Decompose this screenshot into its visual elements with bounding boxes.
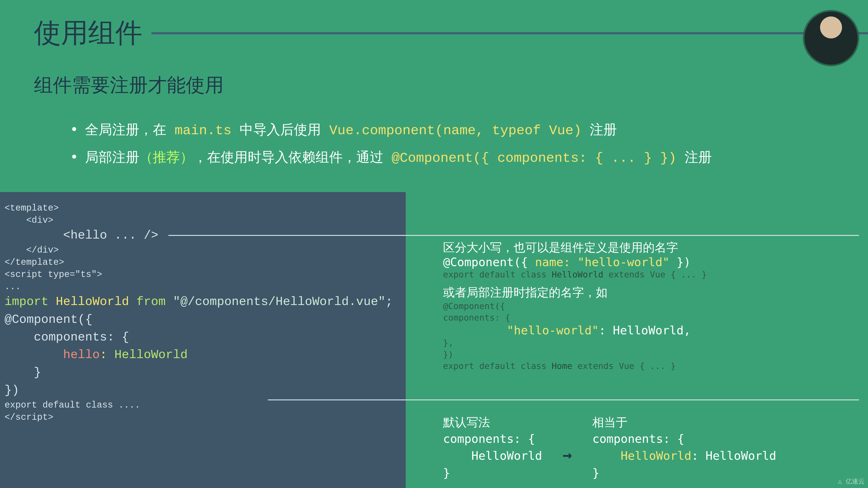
bullet-2-text-a: 局部注册: [85, 149, 139, 165]
default-writing-caption: 默认写法: [443, 415, 542, 430]
equivalent-writing-caption: 相当于: [592, 415, 776, 430]
anno1-export-1: export default class HelloWorld extends …: [443, 269, 859, 281]
anno1-c2l3: ........ "hello-world": HelloWorld,: [443, 324, 859, 337]
title-divider: [151, 32, 868, 34]
code-div-close: </div>: [4, 244, 401, 256]
code-decorator-close: }): [4, 382, 401, 399]
code-div-open: <div>: [4, 215, 401, 227]
equivalent-writing: 相当于 components: { HelloWorld: HelloWorld…: [592, 415, 776, 482]
anno1-caption-1: 区分大小写，也可以是组件定义是使用的名字: [443, 239, 859, 255]
slide-subtitle: 组件需要注册才能使用: [34, 72, 224, 98]
bullet-1-text-b: 中导入后使用: [231, 122, 329, 137]
code-template-close: </template>: [4, 256, 401, 269]
anno1-c2l5: }): [443, 349, 859, 360]
default-writing: 默认写法 components: { HelloWorld }: [443, 415, 542, 482]
bullet-1-code-2: Vue.component(name, typeof Vue): [329, 123, 582, 138]
annotation-block-1: 区分大小写，也可以是组件定义是使用的名字 @Component({ name: …: [443, 239, 859, 372]
bullet-1-code-1: main.ts: [175, 123, 231, 138]
anno1-c2l1: @Component({: [443, 300, 859, 312]
title-row: 使用组件: [0, 15, 868, 52]
anno1-caption-2: 或者局部注册时指定的名字，如: [443, 285, 859, 300]
code-panel: <template> <div> <hello ... /> </div> </…: [0, 192, 406, 488]
code-import: import HelloWorld from "@/components/Hel…: [4, 293, 401, 311]
bullet-list: •全局注册，在 main.ts 中导入后使用 Vue.component(nam…: [70, 116, 712, 171]
code-decorator-open: @Component({: [4, 311, 401, 328]
code-template-open: <template>: [4, 202, 401, 215]
bullet-1: •全局注册，在 main.ts 中导入后使用 Vue.component(nam…: [70, 116, 712, 144]
anno1-c2l4: },: [443, 337, 859, 349]
code-script-open: <script type="ts">: [4, 269, 401, 281]
anno1-decorator: @Component({ name: "hello-world" }): [443, 255, 859, 269]
avatar: [803, 10, 859, 66]
bullet-2-text-b: ，在使用时导入依赖组件，通过: [193, 149, 392, 165]
connector-line-1: [168, 235, 859, 236]
code-mapping: hello: HelloWorld: [4, 346, 401, 364]
annotation-block-2: 默认写法 components: { HelloWorld } → 相当于 co…: [443, 415, 776, 482]
code-export: export default class ....: [4, 399, 401, 412]
watermark: △ 亿速云: [838, 477, 865, 486]
code-script-close: </script>: [4, 412, 401, 424]
arrow-icon: →: [562, 446, 572, 464]
code-components-close: }: [4, 364, 401, 381]
bullet-1-text-a: 全局注册，在: [85, 122, 175, 137]
anno1-c2l2: components: {: [443, 312, 859, 324]
bullet-1-text-c: 注册: [582, 122, 617, 137]
bullet-2-text-c: 注册: [676, 149, 712, 165]
slide-title: 使用组件: [34, 15, 143, 52]
code-ellipsis: ...: [4, 281, 401, 293]
bullet-2-recommended: （推荐）: [139, 149, 193, 165]
anno1-export-2: export default class Home extends Vue { …: [443, 360, 859, 372]
bullet-2: •局部注册（推荐），在使用时导入依赖组件，通过 @Component({ com…: [70, 144, 712, 171]
code-components-open: components: {: [4, 328, 401, 346]
bullet-2-code: @Component({ components: { ... } }): [392, 151, 676, 166]
connector-line-2: [268, 399, 859, 400]
